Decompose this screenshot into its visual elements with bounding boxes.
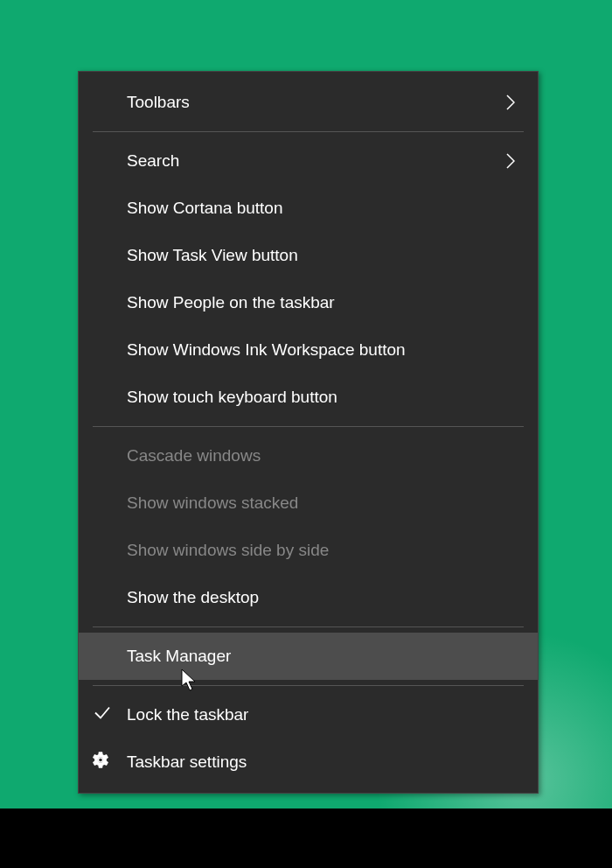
menu-item-label: Show windows stacked [127, 494, 515, 513]
taskbar-context-menu: Toolbars Search Show Cortana button Show… [78, 71, 539, 794]
menu-item-task-manager[interactable]: Task Manager [79, 633, 538, 680]
chevron-right-icon [506, 153, 515, 169]
menu-item-label: Task Manager [127, 647, 515, 666]
menu-item-lock-taskbar[interactable]: Lock the taskbar [79, 691, 538, 738]
menu-item-show-touch-keyboard[interactable]: Show touch keyboard button [79, 374, 538, 421]
menu-item-show-ink-workspace[interactable]: Show Windows Ink Workspace button [79, 326, 538, 374]
menu-item-label: Show windows side by side [127, 541, 515, 560]
menu-item-label: Show Cortana button [127, 199, 515, 218]
menu-item-show-stacked: Show windows stacked [79, 480, 538, 527]
menu-item-cascade-windows: Cascade windows [79, 432, 538, 480]
menu-item-label: Show Windows Ink Workspace button [127, 340, 515, 360]
menu-item-show-people[interactable]: Show People on the taskbar [79, 279, 538, 326]
menu-item-label: Toolbars [127, 93, 506, 112]
menu-item-label: Cascade windows [127, 446, 515, 466]
menu-item-label: Taskbar settings [127, 752, 515, 772]
menu-separator [93, 685, 524, 686]
menu-separator [93, 131, 524, 132]
menu-item-show-side-by-side: Show windows side by side [79, 527, 538, 574]
menu-item-label: Show People on the taskbar [127, 293, 515, 312]
menu-item-label: Show touch keyboard button [127, 388, 515, 407]
menu-separator [93, 626, 524, 627]
menu-item-label: Lock the taskbar [127, 705, 515, 724]
chevron-right-icon [506, 94, 515, 110]
menu-item-toolbars[interactable]: Toolbars [79, 79, 538, 126]
menu-item-search[interactable]: Search [79, 137, 538, 185]
menu-item-show-cortana[interactable]: Show Cortana button [79, 185, 538, 232]
menu-item-show-desktop[interactable]: Show the desktop [79, 574, 538, 621]
menu-item-label: Search [127, 151, 506, 171]
menu-item-label: Show Task View button [127, 246, 515, 265]
gear-icon [91, 751, 110, 774]
menu-item-taskbar-settings[interactable]: Taskbar settings [79, 738, 538, 786]
taskbar[interactable] [0, 808, 612, 868]
menu-item-show-task-view[interactable]: Show Task View button [79, 232, 538, 279]
menu-item-label: Show the desktop [127, 588, 515, 607]
menu-separator [93, 426, 524, 427]
check-icon [93, 704, 112, 727]
